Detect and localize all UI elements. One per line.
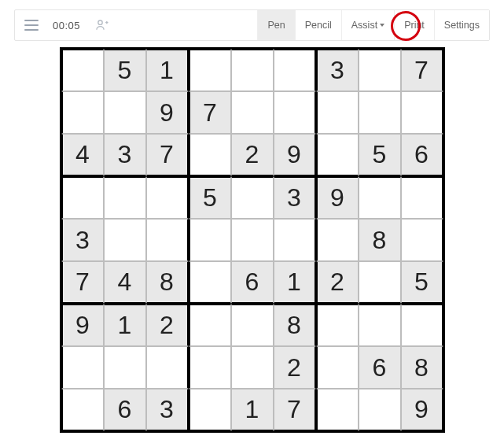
cell-r8-c4[interactable] (189, 346, 231, 389)
cell-r5-c1[interactable]: 3 (61, 219, 104, 261)
board-container: 5137974372956539387486125912826863179 (0, 47, 504, 433)
cell-r4-c9[interactable] (401, 176, 443, 219)
cell-r3-c9[interactable]: 6 (401, 134, 443, 176)
cell-r6-c2[interactable]: 4 (104, 261, 146, 304)
cell-r9-c5[interactable]: 1 (231, 389, 274, 431)
cell-r6-c5[interactable]: 6 (231, 261, 274, 304)
cell-r8-c8[interactable]: 6 (359, 346, 401, 389)
settings-button[interactable]: Settings (434, 10, 489, 40)
cell-r9-c2[interactable]: 6 (104, 389, 146, 431)
cell-r1-c4[interactable] (189, 49, 231, 91)
cell-r9-c1[interactable] (61, 389, 104, 431)
cell-r6-c1[interactable]: 7 (61, 261, 104, 304)
cell-r6-c3[interactable]: 8 (146, 261, 189, 304)
cell-r7-c7[interactable] (316, 304, 359, 346)
cell-r2-c7[interactable] (316, 91, 359, 134)
cell-r9-c4[interactable] (189, 389, 231, 431)
cell-r8-c5[interactable] (231, 346, 274, 389)
cell-r5-c8[interactable]: 8 (359, 219, 401, 261)
cell-r2-c4[interactable]: 7 (189, 91, 231, 134)
cell-r5-c6[interactable] (274, 219, 316, 261)
cell-r6-c6[interactable]: 1 (274, 261, 316, 304)
cell-r4-c2[interactable] (104, 176, 146, 219)
cell-r2-c2[interactable] (104, 91, 146, 134)
cell-r3-c2[interactable]: 3 (104, 134, 146, 176)
cell-r9-c7[interactable] (316, 389, 359, 431)
sudoku-board: 5137974372956539387486125912826863179 (60, 47, 445, 433)
assist-label: Assist (351, 20, 377, 31)
cell-r1-c1[interactable] (61, 49, 104, 91)
cell-r5-c7[interactable] (316, 219, 359, 261)
cell-r4-c6[interactable]: 3 (274, 176, 316, 219)
cell-r2-c3[interactable]: 9 (146, 91, 189, 134)
cell-r5-c2[interactable] (104, 219, 146, 261)
print-button[interactable]: Print (394, 10, 434, 40)
cell-r4-c4[interactable]: 5 (189, 176, 231, 219)
cell-r9-c6[interactable]: 7 (274, 389, 316, 431)
cell-r9-c3[interactable]: 3 (146, 389, 189, 431)
cell-r7-c3[interactable]: 2 (146, 304, 189, 346)
cell-r9-c8[interactable] (359, 389, 401, 431)
cell-r2-c9[interactable] (401, 91, 443, 134)
cell-r3-c1[interactable]: 4 (61, 134, 104, 176)
menu-icon[interactable] (24, 20, 39, 31)
chevron-down-icon (380, 24, 384, 27)
cell-r3-c8[interactable]: 5 (359, 134, 401, 176)
cell-r1-c5[interactable] (231, 49, 274, 91)
cell-r8-c9[interactable]: 8 (401, 346, 443, 389)
cell-r2-c5[interactable] (231, 91, 274, 134)
cell-r7-c9[interactable] (401, 304, 443, 346)
cell-r7-c8[interactable] (359, 304, 401, 346)
cell-r8-c6[interactable]: 2 (274, 346, 316, 389)
toolbar-left: 00:05 (15, 17, 257, 33)
cell-r7-c4[interactable] (189, 304, 231, 346)
cell-r3-c4[interactable] (189, 134, 231, 176)
timer: 00:05 (53, 20, 80, 31)
cell-r1-c2[interactable]: 5 (104, 49, 146, 91)
cell-r8-c1[interactable] (61, 346, 104, 389)
cell-r5-c3[interactable] (146, 219, 189, 261)
cell-r7-c2[interactable]: 1 (104, 304, 146, 346)
cell-r4-c5[interactable] (231, 176, 274, 219)
cell-r2-c6[interactable] (274, 91, 316, 134)
add-user-icon[interactable] (94, 17, 110, 33)
cell-r1-c7[interactable]: 3 (316, 49, 359, 91)
toolbar-right: Pen Pencil Assist Print Settings (257, 10, 489, 40)
cell-r2-c8[interactable] (359, 91, 401, 134)
cell-r6-c4[interactable] (189, 261, 231, 304)
cell-r7-c5[interactable] (231, 304, 274, 346)
toolbar: 00:05 Pen Pencil Assist Print Settings (14, 9, 490, 41)
cell-r6-c8[interactable] (359, 261, 401, 304)
cell-r4-c8[interactable] (359, 176, 401, 219)
cell-r5-c5[interactable] (231, 219, 274, 261)
pen-button[interactable]: Pen (257, 10, 294, 40)
cell-r1-c8[interactable] (359, 49, 401, 91)
cell-r1-c3[interactable]: 1 (146, 49, 189, 91)
cell-r8-c2[interactable] (104, 346, 146, 389)
cell-r1-c9[interactable]: 7 (401, 49, 443, 91)
cell-r4-c1[interactable] (61, 176, 104, 219)
cell-r3-c6[interactable]: 9 (274, 134, 316, 176)
cell-r5-c4[interactable] (189, 219, 231, 261)
cell-r1-c6[interactable] (274, 49, 316, 91)
cell-r9-c9[interactable]: 9 (401, 389, 443, 431)
cell-r8-c3[interactable] (146, 346, 189, 389)
cell-r7-c6[interactable]: 8 (274, 304, 316, 346)
pencil-button[interactable]: Pencil (295, 10, 341, 40)
cell-r3-c7[interactable] (316, 134, 359, 176)
cell-r5-c9[interactable] (401, 219, 443, 261)
assist-button[interactable]: Assist (341, 10, 394, 40)
cell-r6-c9[interactable]: 5 (401, 261, 443, 304)
cell-r6-c7[interactable]: 2 (316, 261, 359, 304)
cell-r3-c3[interactable]: 7 (146, 134, 189, 176)
cell-r7-c1[interactable]: 9 (61, 304, 104, 346)
cell-r8-c7[interactable] (316, 346, 359, 389)
cell-r4-c7[interactable]: 9 (316, 176, 359, 219)
cell-r3-c5[interactable]: 2 (231, 134, 274, 176)
cell-r4-c3[interactable] (146, 176, 189, 219)
cell-r2-c1[interactable] (61, 91, 104, 134)
svg-point-0 (98, 20, 102, 24)
